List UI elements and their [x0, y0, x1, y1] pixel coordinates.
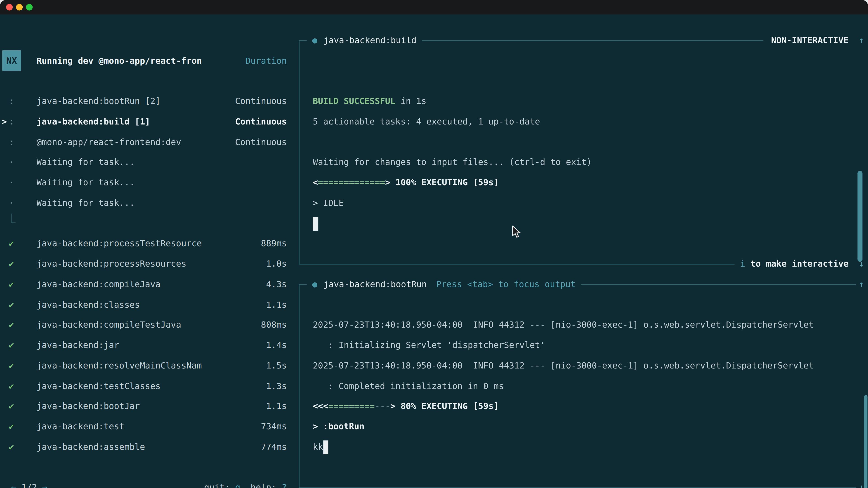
focus-output-hint: Press <tab> to focus output [436, 280, 576, 289]
text-segment: <<< [313, 401, 329, 411]
terminal-line: <<<=========---> 80% EXECUTING [59s] [313, 396, 814, 417]
border-line [581, 284, 856, 285]
text-segment: --- [375, 401, 391, 411]
panel-title-group: ● java-backend:bootRun Press <tab> to fo… [307, 280, 581, 289]
task-bullet-icon: ● [312, 280, 317, 289]
bootrun-output-text: 2025-07-23T13:40:18.950-04:00 INFO 44312… [313, 295, 814, 457]
border-segment [299, 284, 307, 285]
scrollbar-thumb[interactable] [864, 395, 868, 488]
terminal-line: kk [313, 437, 814, 457]
panel-title: java-backend:bootRun [323, 280, 427, 289]
mouse-cursor [512, 225, 522, 238]
block-cursor [323, 440, 328, 454]
zoom-button[interactable] [26, 4, 33, 10]
close-button[interactable] [6, 4, 13, 10]
terminal-line: : Initializing Servlet 'dispatcherServle… [313, 335, 814, 356]
scroll-up-icon[interactable]: ↑ [856, 274, 867, 295]
text-segment: 2025-07-23T13:40:18.950-04:00 INFO 44312… [313, 320, 814, 330]
titlebar[interactable] [0, 0, 868, 14]
text-segment: 2025-07-23T13:40:18.950-04:00 INFO 44312… [313, 361, 814, 370]
terminal-line [313, 295, 814, 315]
text-segment: > :bootRun [313, 422, 365, 431]
minimize-button[interactable] [16, 4, 23, 10]
scroll-down-icon[interactable]: ↓ [856, 478, 867, 488]
bootrun-output-panel[interactable]: ● java-backend:bootRun Press <tab> to fo… [0, 14, 868, 488]
screen: NX Running dev @mono-app/react-fron Dura… [0, 0, 868, 488]
terminal-content: NX Running dev @mono-app/react-fron Dura… [0, 14, 868, 488]
terminal-line: 2025-07-23T13:40:18.950-04:00 INFO 44312… [313, 315, 814, 335]
text-segment: : Initializing Servlet 'dispatcherServle… [313, 340, 545, 350]
text-segment: kk [313, 442, 323, 452]
terminal-line: 2025-07-23T13:40:18.950-04:00 INFO 44312… [313, 356, 814, 376]
terminal-window: NX Running dev @mono-app/react-fron Dura… [0, 0, 868, 488]
bootrun-panel-footer [299, 478, 856, 488]
terminal-line: > :bootRun [313, 417, 814, 437]
text-segment: : Completed initialization in 0 ms [313, 381, 504, 391]
terminal-line: : Completed initialization in 0 ms [313, 376, 814, 396]
bootrun-panel-header: ● java-backend:bootRun Press <tab> to fo… [299, 274, 856, 295]
panel-left-border [299, 285, 299, 488]
text-segment: > 80% EXECUTING [59s] [391, 401, 499, 411]
text-segment: ========= [328, 401, 375, 411]
